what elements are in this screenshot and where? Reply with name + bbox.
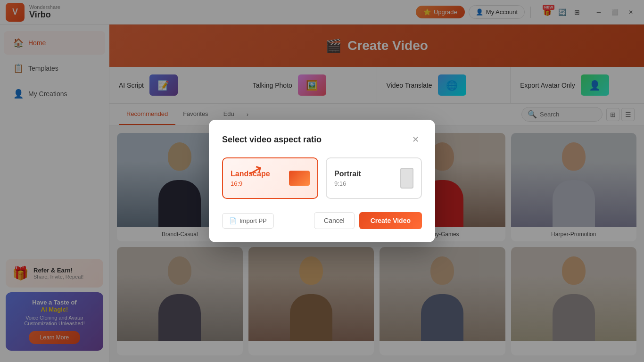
import-pp-button[interactable]: 📄 Import PP: [222, 213, 274, 229]
landscape-preview-icon: [289, 171, 310, 186]
landscape-option[interactable]: Landscape 16:9: [222, 157, 318, 199]
dialog-overlay: Select video aspect ratio ✕ Landscape 16…: [0, 0, 644, 362]
portrait-ratio: 9:16: [334, 180, 361, 187]
cancel-button[interactable]: Cancel: [314, 212, 355, 229]
dialog-title: Select video aspect ratio: [222, 135, 322, 145]
dialog-header: Select video aspect ratio ✕: [222, 133, 422, 146]
dialog-close-button[interactable]: ✕: [409, 133, 422, 146]
portrait-preview-icon: [400, 168, 413, 189]
aspect-ratio-dialog: Select video aspect ratio ✕ Landscape 16…: [209, 120, 435, 242]
footer-right: Cancel Create Video: [314, 212, 422, 229]
create-video-dialog-button[interactable]: Create Video: [359, 212, 422, 229]
import-pp-label: Import PP: [239, 217, 267, 224]
portrait-label: Portrait: [334, 170, 361, 178]
dialog-footer: 📄 Import PP Cancel Create Video: [222, 212, 422, 229]
portrait-option[interactable]: Portrait 9:16: [326, 157, 422, 199]
import-icon: 📄: [229, 217, 237, 224]
landscape-ratio: 16:9: [231, 180, 270, 187]
portrait-info: Portrait 9:16: [334, 170, 361, 187]
